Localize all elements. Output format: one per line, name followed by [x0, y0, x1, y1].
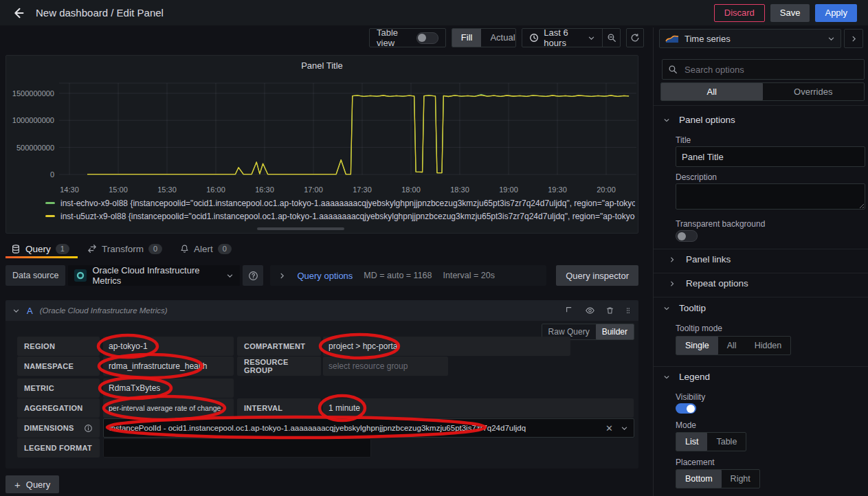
- panel-title-input[interactable]: [676, 146, 865, 167]
- time-series-chart[interactable]: 05000000001000000000150000000014:3015:00…: [6, 75, 638, 196]
- panel-links-label: Panel links: [686, 254, 731, 264]
- query-row-header[interactable]: A (Oracle Cloud Infrastructure Metrics): [5, 300, 638, 321]
- chevron-down-icon: [588, 34, 595, 42]
- legend-placement-bottom[interactable]: Bottom: [676, 470, 722, 488]
- tab-transform[interactable]: Transform 0: [87, 244, 162, 254]
- visualization-picker[interactable]: Time series: [659, 29, 841, 48]
- legend-heading: Legend: [679, 372, 710, 382]
- namespace-value[interactable]: rdma_infrastructure_health: [103, 357, 234, 376]
- dimensions-select[interactable]: instancePoolId - ocid1.instancepool.oc1.…: [103, 418, 634, 438]
- time-series-viz-icon: [665, 34, 679, 44]
- clear-dimensions-icon[interactable]: ✕: [605, 423, 613, 433]
- time-range-picker[interactable]: Last 6 hours: [522, 29, 602, 47]
- svg-text:500000000: 500000000: [16, 144, 54, 152]
- table-view-label: Table view: [377, 27, 410, 48]
- legend-visibility-toggle[interactable]: [676, 403, 696, 414]
- svg-text:15:00: 15:00: [109, 185, 128, 194]
- hide-query-eye-icon[interactable]: [585, 306, 595, 315]
- tooltip-mode-single[interactable]: Single: [676, 337, 718, 354]
- chart-panel: Panel Title 0500000000100000000015000000…: [5, 55, 638, 234]
- tooltip-mode-all[interactable]: All: [718, 337, 746, 354]
- chevron-right-icon: [850, 35, 858, 43]
- compartment-value[interactable]: project > hpc-portal: [323, 337, 570, 356]
- chevron-right-icon: [669, 280, 676, 287]
- svg-text:19:00: 19:00: [499, 185, 518, 194]
- options-filter-tabs: All Overrides: [660, 82, 865, 101]
- section-panel-options[interactable]: Panel options: [663, 115, 735, 125]
- tab-query[interactable]: Query 1: [11, 244, 69, 254]
- actual-option[interactable]: Actual: [481, 29, 516, 47]
- chevron-down-icon: [226, 272, 234, 280]
- zoom-out-icon: [607, 33, 616, 43]
- query-options-toggle[interactable]: Query options MD = auto = 1168 Interval …: [270, 265, 546, 286]
- svg-text:20:00: 20:00: [597, 185, 616, 194]
- datasource-picker[interactable]: Oracle Cloud Infrastructure Metrics: [68, 265, 240, 286]
- add-query-label: Query: [26, 480, 50, 490]
- builder-option[interactable]: Builder: [596, 324, 634, 339]
- tooltip-mode-group: Single All Hidden: [676, 336, 791, 355]
- svg-text:16:30: 16:30: [255, 185, 274, 194]
- duplicate-query-icon[interactable]: [565, 306, 575, 315]
- datasource-label: Data source: [5, 265, 65, 286]
- fill-actual-switch: Fill Actual: [452, 28, 517, 47]
- page-title: New dashboard / Edit Panel: [36, 7, 164, 19]
- svg-text:16:00: 16:00: [206, 185, 225, 194]
- chevron-right-icon: [669, 256, 676, 263]
- interval-value[interactable]: 1 minute: [323, 398, 634, 418]
- options-search-input[interactable]: [683, 64, 858, 76]
- datasource-help-button[interactable]: [243, 265, 263, 286]
- query-count-badge: 1: [56, 244, 69, 254]
- description-label: Description: [676, 172, 717, 182]
- legend-placement-group: Bottom Right: [676, 469, 760, 488]
- query-inspector-button[interactable]: Query inspector: [556, 265, 638, 286]
- table-view-toggle[interactable]: [416, 32, 438, 44]
- transparent-background-toggle[interactable]: [676, 230, 698, 242]
- series-label: inst-u5uzt-x9-ol88 {instancepoolid="ocid…: [60, 212, 635, 221]
- refresh-button[interactable]: [626, 28, 644, 47]
- section-legend[interactable]: Legend: [663, 372, 710, 382]
- save-button[interactable]: Save: [770, 4, 810, 22]
- discard-button[interactable]: Discard: [714, 4, 765, 22]
- legend-placement-right[interactable]: Right: [722, 470, 759, 488]
- svg-text:1500000000: 1500000000: [12, 89, 54, 98]
- tab-overrides[interactable]: Overrides: [763, 83, 865, 100]
- apply-button[interactable]: Apply: [815, 4, 857, 22]
- pane-collapse-button[interactable]: [844, 29, 863, 48]
- panel-links-section[interactable]: Panel links: [669, 254, 731, 264]
- resource-group-value[interactable]: select resource group: [323, 357, 448, 376]
- info-circle-icon[interactable]: [84, 424, 93, 433]
- svg-text:15:30: 15:30: [157, 185, 177, 194]
- metric-value[interactable]: RdmaTxBytes: [103, 379, 234, 398]
- legend-mode-table[interactable]: Table: [707, 433, 746, 451]
- series-color-swatch: [45, 202, 55, 204]
- delete-query-trash-icon[interactable]: [605, 306, 614, 315]
- legend-item[interactable]: inst-echvo-x9-ol88 {instancepoolid="ocid…: [12, 196, 635, 210]
- drag-handle-icon[interactable]: [625, 306, 632, 315]
- tab-all[interactable]: All: [661, 83, 763, 100]
- transform-count-badge: 0: [148, 244, 162, 254]
- panel-toolbar: Table view Fill Actual Last 6 hours: [369, 28, 644, 47]
- legend-item[interactable]: inst-u5uzt-x9-ol88 {instancepoolid="ocid…: [12, 210, 635, 223]
- chevron-right-icon: [278, 272, 286, 280]
- legend-mode-list[interactable]: List: [676, 433, 707, 451]
- legend-format-input[interactable]: [103, 438, 371, 458]
- tab-alert[interactable]: Alert 0: [180, 244, 232, 254]
- legend-scrollbar[interactable]: [257, 227, 344, 230]
- section-tooltip[interactable]: Tooltip: [663, 303, 706, 313]
- options-pane: Time series All Overrides: [653, 27, 868, 496]
- region-value[interactable]: ap-tokyo-1: [103, 337, 234, 356]
- tab-alert-label: Alert: [194, 244, 213, 254]
- tooltip-mode-hidden[interactable]: Hidden: [746, 337, 791, 354]
- aggregation-label: AGGREGATION: [17, 398, 100, 418]
- zoom-out-button[interactable]: [602, 29, 620, 47]
- add-query-button[interactable]: + Query: [5, 475, 59, 493]
- fill-option[interactable]: Fill: [452, 29, 482, 47]
- back-arrow-icon[interactable]: [11, 6, 25, 20]
- svg-text:17:00: 17:00: [304, 185, 323, 194]
- repeat-options-section[interactable]: Repeat options: [669, 278, 748, 289]
- table-view-control: Table view: [369, 28, 446, 47]
- namespace-label: NAMESPACE: [17, 357, 100, 376]
- description-textarea[interactable]: [676, 183, 865, 210]
- datasource-row: Data source Oracle Cloud Infrastructure …: [5, 265, 638, 286]
- aggregation-value[interactable]: per-interval average rate of change: [103, 398, 234, 418]
